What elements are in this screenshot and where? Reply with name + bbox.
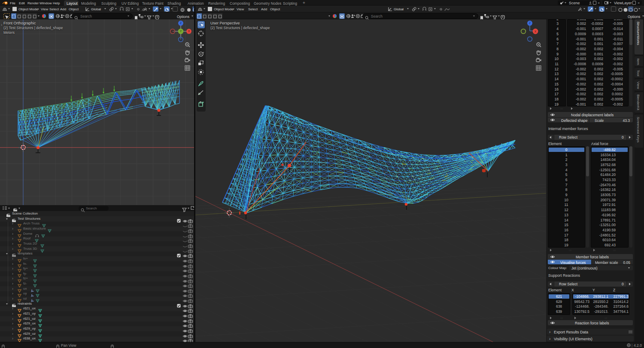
svg-text:Z: Z — [180, 21, 182, 24]
svg-text:X: X — [188, 30, 190, 33]
svg-text:Y: Y — [180, 30, 182, 33]
svg-text:Z: Z — [529, 21, 531, 24]
svg-text:X: X — [535, 30, 537, 33]
